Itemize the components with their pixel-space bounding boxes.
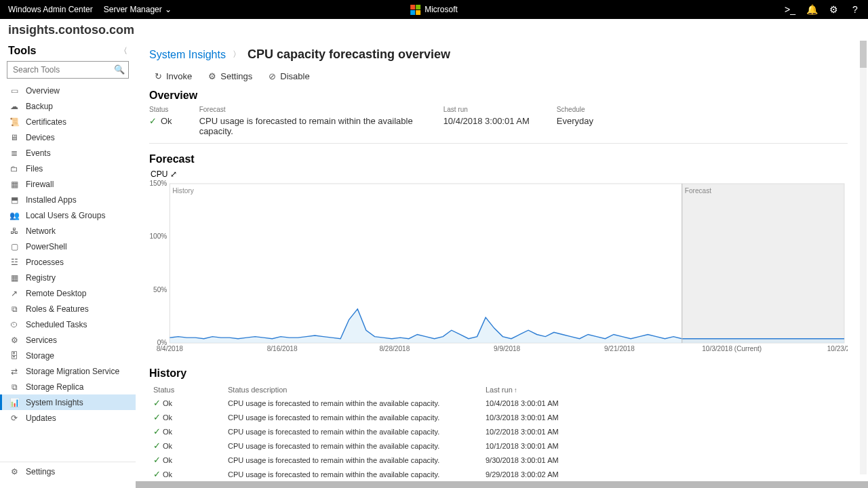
- host-name: insights.contoso.com: [8, 23, 134, 37]
- row-desc: CPU usage is forecasted to remain within…: [224, 424, 481, 439]
- search-tools-input[interactable]: [7, 61, 129, 79]
- row-status: Ok: [163, 456, 172, 464]
- help-icon[interactable]: ?: [850, 5, 860, 14]
- tools-nav: ▭Overview☁Backup📜Certificates🖥Devices≣Ev…: [0, 83, 136, 426]
- action-bar: ↻Invoke ⚙Settings ⊘Disable: [149, 71, 848, 81]
- gear-icon: ⚙: [208, 71, 216, 81]
- sidebar-item-label: PowerShell: [26, 242, 67, 251]
- sidebar-settings-label: Settings: [26, 467, 55, 476]
- sidebar-item-label: Installed Apps: [26, 195, 77, 205]
- sidebar-settings[interactable]: ⚙ Settings: [0, 462, 136, 481]
- svg-text:Forecast: Forecast: [685, 187, 711, 195]
- sidebar-item-updates[interactable]: ⟳Updates: [0, 410, 136, 426]
- main-content: System Insights 〉 CPU capacity forecasti…: [136, 41, 868, 481]
- sidebar-item-registry[interactable]: ▦Registry: [0, 270, 136, 285]
- status-label: Status: [149, 106, 172, 113]
- notifications-icon[interactable]: 🔔: [807, 5, 816, 14]
- sidebar-item-firewall[interactable]: ▦Firewall: [0, 176, 136, 192]
- sidebar-item-powershell[interactable]: ▢PowerShell: [0, 239, 136, 254]
- breadcrumb-root[interactable]: System Insights: [149, 49, 226, 61]
- tool-icon: ⇄: [9, 367, 19, 376]
- sidebar-item-services[interactable]: ⚙Services: [0, 332, 136, 348]
- schedule-label: Schedule: [557, 106, 593, 113]
- sidebar-item-storage-migration-service[interactable]: ⇄Storage Migration Service: [0, 363, 136, 379]
- sidebar-item-storage[interactable]: 🗄Storage: [0, 348, 136, 363]
- col-desc[interactable]: Status description: [224, 384, 481, 396]
- sidebar-item-overview[interactable]: ▭Overview: [0, 83, 136, 98]
- sidebar-item-local-users-groups[interactable]: 👥Local Users & Groups: [0, 207, 136, 223]
- invoke-button[interactable]: ↻Invoke: [155, 71, 192, 81]
- row-status: Ok: [163, 470, 172, 479]
- sidebar-item-backup[interactable]: ☁Backup: [0, 98, 136, 114]
- sidebar-item-storage-replica[interactable]: ⧉Storage Replica: [0, 379, 136, 394]
- sidebar-item-system-insights[interactable]: 📊System Insights: [0, 394, 136, 410]
- svg-text:10/23/2018: 10/23/2018: [827, 345, 848, 352]
- check-icon: ✓: [153, 441, 161, 451]
- sidebar-item-label: Firewall: [26, 180, 54, 189]
- sidebar-item-network[interactable]: 🖧Network: [0, 223, 136, 239]
- vertical-scrollbar[interactable]: [860, 41, 867, 474]
- svg-text:History: History: [172, 187, 193, 195]
- table-row[interactable]: ✓ OkCPU usage is forecasted to remain wi…: [149, 424, 848, 439]
- svg-text:8/28/2018: 8/28/2018: [379, 345, 410, 352]
- history-table: Status Status description Last run↑ ✓ Ok…: [149, 384, 848, 481]
- table-row[interactable]: ✓ OkCPU usage is forecasted to remain wi…: [149, 439, 848, 453]
- disable-button[interactable]: ⊘Disable: [269, 71, 309, 81]
- tool-icon: 📜: [9, 117, 19, 127]
- gear-icon: ⚙: [9, 467, 19, 476]
- lastrun-value: 10/4/2018 3:00:01 AM: [443, 116, 530, 126]
- microsoft-icon: [410, 5, 420, 15]
- table-row[interactable]: ✓ OkCPU usage is forecasted to remain wi…: [149, 410, 848, 424]
- breadcrumb-current: CPU capacity forecasting overview: [248, 47, 450, 62]
- tool-icon: ↗: [9, 289, 19, 298]
- top-bar: Windows Admin Center Server Manager ⌄ Mi…: [0, 0, 868, 19]
- tool-icon: 🖧: [9, 226, 19, 236]
- tool-icon: 🖥: [9, 133, 19, 142]
- tool-icon: ⧉: [9, 304, 19, 314]
- forecast-label: Forecast: [199, 106, 416, 113]
- sidebar-item-certificates[interactable]: 📜Certificates: [0, 114, 136, 129]
- table-row[interactable]: ✓ OkCPU usage is forecasted to remain wi…: [149, 467, 848, 481]
- breadcrumb: System Insights 〉 CPU capacity forecasti…: [149, 47, 848, 62]
- table-row[interactable]: ✓ OkCPU usage is forecasted to remain wi…: [149, 453, 848, 467]
- context-dropdown[interactable]: Server Manager ⌄: [104, 5, 172, 14]
- row-desc: CPU usage is forecasted to remain within…: [224, 396, 481, 410]
- disable-icon: ⊘: [269, 71, 276, 81]
- tool-icon: ☳: [9, 258, 19, 267]
- col-lastrun[interactable]: Last run↑: [481, 384, 848, 396]
- overview-panel: Status ✓Ok Forecast CPU usage is forecas…: [149, 106, 848, 144]
- tool-icon: ▭: [9, 86, 19, 96]
- tools-title: Tools: [8, 45, 36, 57]
- horizontal-scrollbar[interactable]: [136, 481, 868, 488]
- sidebar-item-processes[interactable]: ☳Processes: [0, 254, 136, 270]
- svg-text:100%: 100%: [149, 232, 167, 240]
- svg-text:150%: 150%: [149, 180, 167, 187]
- tool-icon: ⏲: [9, 320, 19, 329]
- status-value: Ok: [161, 116, 172, 126]
- col-status[interactable]: Status: [149, 384, 224, 396]
- table-row[interactable]: ✓ OkCPU usage is forecasted to remain wi…: [149, 396, 848, 410]
- expand-icon[interactable]: ⤢: [170, 169, 177, 179]
- check-icon: ✓: [153, 398, 161, 408]
- sidebar-item-label: System Insights: [26, 398, 83, 407]
- svg-text:50%: 50%: [153, 286, 167, 293]
- settings-button[interactable]: ⚙Settings: [208, 71, 252, 81]
- svg-text:8/4/2018: 8/4/2018: [157, 345, 184, 352]
- sidebar-item-scheduled-tasks[interactable]: ⏲Scheduled Tasks: [0, 317, 136, 332]
- sidebar: Tools 〈 🔍 ▭Overview☁Backup📜Certificates🖥…: [0, 41, 136, 481]
- settings-gear-icon[interactable]: ⚙: [829, 5, 838, 14]
- sidebar-item-label: Backup: [26, 102, 53, 111]
- collapse-sidebar-button[interactable]: 〈: [119, 45, 127, 57]
- sidebar-item-events[interactable]: ≣Events: [0, 145, 136, 161]
- sidebar-item-label: Files: [26, 164, 43, 174]
- sort-asc-icon: ↑: [514, 386, 517, 394]
- tool-icon: 👥: [9, 211, 19, 220]
- sidebar-item-remote-desktop[interactable]: ↗Remote Desktop: [0, 285, 136, 301]
- sidebar-item-label: Processes: [26, 258, 64, 267]
- sidebar-item-devices[interactable]: 🖥Devices: [0, 129, 136, 145]
- sidebar-item-roles-features[interactable]: ⧉Roles & Features: [0, 301, 136, 317]
- schedule-value: Everyday: [557, 116, 593, 126]
- sidebar-item-installed-apps[interactable]: ⬒Installed Apps: [0, 192, 136, 207]
- sidebar-item-files[interactable]: 🗀Files: [0, 161, 136, 176]
- console-icon[interactable]: >_: [785, 5, 795, 14]
